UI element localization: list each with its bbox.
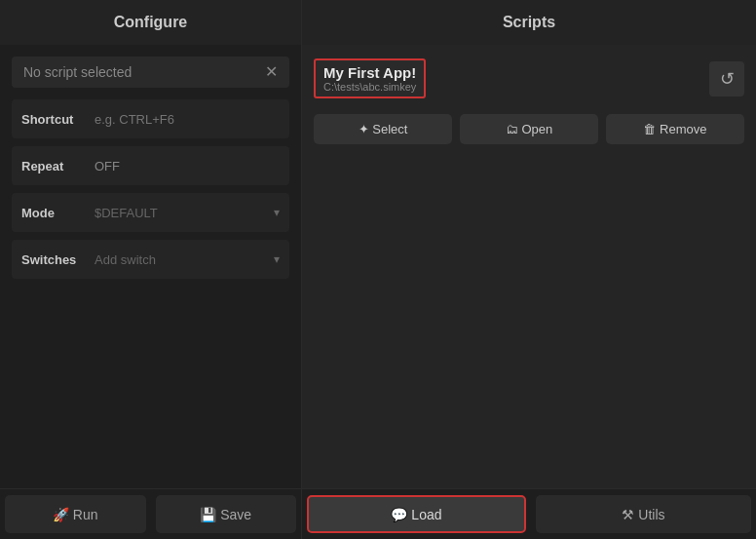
scripts-content: My First App! C:\tests\abc.simkey ↺ ✦ Se…: [302, 45, 756, 488]
utils-button[interactable]: ⚒ Utils: [536, 495, 751, 533]
scripts-title: Scripts: [302, 0, 756, 45]
script-path: C:\tests\abc.simkey: [323, 81, 416, 93]
shortcut-label: Shortcut: [21, 112, 94, 127]
script-selector[interactable]: No script selected ✕: [12, 57, 289, 88]
switches-placeholder: Add switch: [94, 252, 274, 267]
left-bottom-buttons: 🚀 Run 💾 Save: [0, 489, 302, 539]
switches-row[interactable]: Switches Add switch ▾: [12, 240, 289, 279]
remove-button[interactable]: 🗑 Remove: [606, 114, 744, 144]
mode-value: $DEFAULT: [94, 206, 274, 220]
select-button[interactable]: ✦ Select: [314, 114, 452, 144]
close-icon[interactable]: ✕: [265, 64, 278, 80]
configure-title: Configure: [0, 0, 301, 45]
refresh-icon: ↺: [720, 68, 735, 90]
script-item: My First App! C:\tests\abc.simkey ↺: [314, 55, 744, 102]
right-bottom-buttons: 💬 Load ⚒ Utils: [302, 489, 756, 539]
script-info-box: My First App! C:\tests\abc.simkey: [314, 58, 426, 98]
mode-dropdown[interactable]: $DEFAULT ▾: [94, 206, 280, 220]
no-script-text: No script selected: [23, 64, 132, 80]
switches-chevron-down-icon: ▾: [274, 252, 280, 266]
switches-label: Switches: [21, 252, 94, 267]
refresh-button[interactable]: ↺: [709, 61, 744, 96]
mode-label: Mode: [21, 206, 94, 220]
repeat-label: Repeat: [21, 159, 94, 173]
bottom-bar: 🚀 Run 💾 Save 💬 Load ⚒ Utils: [0, 488, 756, 539]
mode-row[interactable]: Mode $DEFAULT ▾: [12, 193, 289, 232]
script-name: My First App!: [323, 64, 416, 81]
open-button[interactable]: 🗂 Open: [460, 114, 598, 144]
script-actions: ✦ Select 🗂 Open 🗑 Remove: [314, 114, 744, 144]
run-button[interactable]: 🚀 Run: [5, 495, 146, 533]
configure-panel: Configure No script selected ✕ Shortcut …: [0, 0, 302, 488]
mode-chevron-down-icon: ▾: [274, 206, 280, 219]
scripts-panel: Scripts My First App! C:\tests\abc.simke…: [302, 0, 756, 488]
repeat-value: OFF: [94, 159, 280, 173]
shortcut-row: Shortcut: [12, 99, 289, 138]
repeat-row: Repeat OFF: [12, 146, 289, 185]
switches-dropdown[interactable]: Add switch ▾: [94, 252, 280, 267]
load-button[interactable]: 💬 Load: [307, 495, 526, 533]
save-button[interactable]: 💾 Save: [156, 495, 297, 533]
shortcut-input[interactable]: [94, 112, 280, 127]
